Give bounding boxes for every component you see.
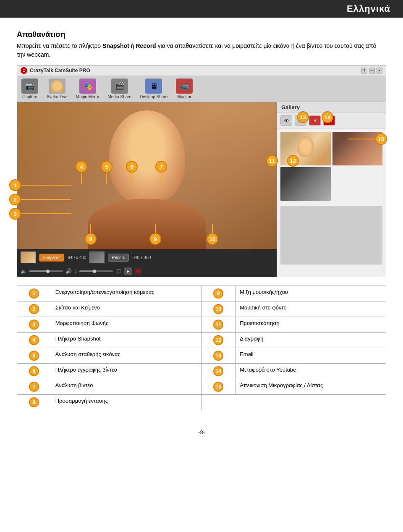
play-button[interactable]: ▶ — [124, 267, 132, 275]
header-bar: Ελληνικά — [0, 0, 403, 18]
toolbar-avatar[interactable]: Avatar Live — [47, 79, 68, 99]
titlebar-left: C CrazyTalk CamSuite PRO — [21, 67, 90, 74]
badge-num-8: 8 — [29, 397, 39, 407]
gallery-icon-eye[interactable]: 👁 — [280, 115, 292, 126]
avatar-icon — [49, 79, 65, 94]
badge-6-line — [131, 173, 132, 184]
content-area: Απαθανάτιση Μπορείτε να πιέσετε το πλήκτ… — [0, 18, 403, 419]
badge-13: 13 — [297, 111, 309, 123]
titlebar-right: ? — × — [361, 68, 382, 73]
snapshot-thumbnail — [21, 252, 36, 263]
toolbar-desktop[interactable]: 🖥 Desktop Share — [140, 79, 167, 99]
badge-num-9: 9 — [213, 288, 223, 299]
snapshot-keyword: Snapshot — [102, 42, 129, 49]
badge-9-line — [155, 224, 156, 233]
desc-cell-2: Σκίτσο και Κείμενο — [51, 301, 202, 317]
app-screenshot-container: 1 2 3 4 5 6 7 8 9 10 11 — [17, 65, 386, 277]
capture-icon: 📷 — [21, 79, 38, 94]
record-size: 640 x 480 — [132, 255, 151, 260]
toolbar-magic[interactable]: 🎭 Magic Mirror — [76, 79, 99, 99]
table-row: 7 Ανάλυση βίντεο 15 Απεικόνιση Μικρογραφ… — [17, 379, 386, 395]
media-label: Media Share — [107, 94, 131, 99]
badge-4-line — [81, 173, 82, 184]
toolbar-media[interactable]: 🎬 Media Share — [107, 79, 131, 99]
table-row: 2 Σκίτσο και Κείμενο 10 Μουσική στο φόντ… — [17, 301, 386, 317]
badge-1: 1 — [9, 179, 21, 191]
badge-num-1: 1 — [29, 288, 39, 299]
badge-12: 12 — [287, 155, 299, 167]
badge-3: 3 — [9, 208, 21, 220]
volume-up-icon: 🔊 — [65, 268, 72, 274]
badge-5: 5 — [101, 161, 113, 173]
record-audio-button[interactable] — [134, 267, 142, 275]
badge-2: 2 — [9, 194, 21, 205]
badge-2-line — [21, 199, 71, 200]
num-cell-4: 4 — [17, 333, 51, 348]
num-cell-2: 2 — [17, 301, 51, 317]
badge-11: 11 — [266, 155, 278, 167]
badge-4: 4 — [76, 161, 87, 173]
empty-cell — [202, 395, 386, 410]
desc-cell-11: Προεπισκόπηση — [236, 317, 386, 333]
badge-8: 8 — [85, 233, 97, 245]
num-cell-6: 6 — [17, 364, 51, 379]
badge-num-4: 4 — [29, 335, 39, 345]
num-cell-5: 5 — [17, 348, 51, 364]
app-title: CrazyTalk CamSuite PRO — [30, 68, 90, 73]
desc-cell-8: Προσαρμογή έντασης — [51, 395, 202, 410]
gallery-title: Gallery — [277, 102, 386, 113]
badge-6: 6 — [126, 161, 138, 173]
desc-cell-14: Μεταφορά στο Youtube — [236, 364, 386, 379]
desc-cell-15: Απεικόνιση Μικρογραφίας / Λίστας — [236, 379, 386, 395]
badge-num-6: 6 — [29, 366, 39, 376]
volume-slider[interactable] — [29, 270, 63, 272]
monitor-icon: 📹 — [176, 79, 193, 94]
desktop-icon: 🖥 — [145, 79, 162, 94]
music-icon: ♪ — [74, 268, 77, 274]
badge-9: 9 — [149, 233, 161, 245]
snapshot-button[interactable]: Snapshot — [39, 254, 64, 262]
table-row: 5 Ανάλυση σταθερής εικόνας 13 Email — [17, 348, 386, 364]
intro-paragraph: Μπορείτε να πιέσετε το πλήκτρο Snapshot … — [17, 42, 386, 59]
desc-cell-1: Ενεργοποίηση/απενεργοποίηση κάμερας — [51, 286, 202, 301]
page-number: -8- — [198, 429, 205, 435]
badge-num-14: 14 — [213, 366, 223, 376]
desc-cell-13: Email — [236, 348, 386, 364]
gallery-photo-2[interactable] — [332, 132, 383, 165]
music-slider[interactable] — [79, 270, 113, 272]
app-window: C CrazyTalk CamSuite PRO ? — × 📷 Capture — [17, 65, 386, 277]
webcam-feed — [17, 102, 277, 249]
desc-cell-5: Ανάλυση σταθερής εικόνας — [51, 348, 202, 364]
badge-7: 7 — [155, 161, 167, 173]
badge-10: 10 — [207, 233, 218, 245]
monitor-label: Monitor — [178, 94, 191, 99]
num-cell-10: 10 — [202, 301, 236, 317]
num-cell-9: 9 — [202, 286, 236, 301]
badge-8-line — [90, 224, 91, 233]
snapshot-size: 640 x 480 — [68, 255, 86, 260]
minimize-button[interactable]: — — [369, 68, 375, 73]
gallery-icon-delete[interactable]: ✕ — [309, 115, 321, 126]
toolbar-capture[interactable]: 📷 Capture — [21, 79, 38, 99]
close-button[interactable]: × — [377, 68, 382, 73]
record-button[interactable]: Record — [108, 254, 129, 262]
num-cell-11: 11 — [202, 317, 236, 333]
section-title: Απαθανάτιση — [17, 30, 386, 39]
app-logo: C — [21, 67, 27, 74]
desc-cell-12: Διαγραφή — [236, 333, 386, 348]
num-cell-1: 1 — [17, 286, 51, 301]
badge-7-line — [161, 173, 162, 184]
audio-controls: 🔈 🔊 ♪ 🎵 ▶ — [17, 266, 277, 277]
num-cell-3: 3 — [17, 317, 51, 333]
num-cell-7: 7 — [17, 379, 51, 395]
gallery-thumbnail-area — [280, 206, 382, 265]
volume-down-icon: 🔈 — [21, 268, 27, 274]
desc-cell-7: Ανάλυση βίντεο — [51, 379, 202, 395]
gallery-photo-3[interactable] — [280, 167, 331, 201]
num-cell-8: 8 — [17, 395, 51, 410]
toolbar-monitor[interactable]: 📹 Monitor — [176, 79, 193, 99]
badge-num-10: 10 — [213, 304, 223, 314]
help-button[interactable]: ? — [361, 68, 367, 73]
num-cell-12: 12 — [202, 333, 236, 348]
table-row: 6 Πλήκτρο εγγραφής βίντεο 14 Μεταφορά στ… — [17, 364, 386, 379]
